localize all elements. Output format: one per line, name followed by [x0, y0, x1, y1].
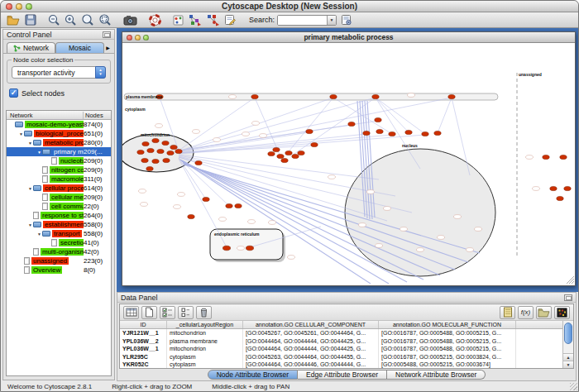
attribute-browser-tab[interactable]: Node Attribute Browser: [208, 370, 298, 380]
formula-builder-icon[interactable]: f(x): [518, 306, 534, 319]
search-box[interactable]: ▼: [277, 15, 337, 26]
tree-item[interactable]: ▼biological_process651(0): [7, 129, 111, 138]
node-color-select[interactable]: transporter activity ▲▼: [12, 66, 106, 79]
snapshot-camera-icon[interactable]: [123, 14, 137, 26]
select-nodes-row[interactable]: ✓ Select nodes: [9, 88, 108, 98]
tree-item[interactable]: ▼transport558(0): [7, 229, 111, 238]
column-go-molecular-function[interactable]: annotation.GO MOLECULAR_FUNCTION: [379, 321, 516, 328]
float-panel-icon[interactable]: [103, 31, 111, 38]
attribute-matrix-icon[interactable]: [554, 306, 570, 319]
new-attribute-icon[interactable]: [141, 306, 157, 319]
delete-attribute-icon[interactable]: [196, 306, 212, 319]
import-attributes-icon[interactable]: [536, 306, 552, 319]
zoom-view-icon[interactable]: [143, 35, 149, 41]
tab-overflow-arrow-icon[interactable]: ▶: [104, 45, 112, 50]
window-titlebar[interactable]: Cytoscape Desktop (New Session): [1, 1, 578, 12]
tree-item[interactable]: cellular metabo209(0): [7, 193, 111, 202]
edit-search-filter-icon[interactable]: [341, 14, 352, 26]
expand-arrow-icon[interactable]: ▼: [36, 232, 42, 237]
background-windows-strip[interactable]: [122, 286, 576, 292]
tree-column-nodes[interactable]: Nodes: [84, 112, 111, 119]
tree-item[interactable]: ▼establishment of lo558(0): [7, 220, 111, 229]
window-resize-grip[interactable]: [570, 383, 577, 390]
zoom-selected-icon[interactable]: [98, 14, 112, 26]
search-dropdown-arrow-icon[interactable]: ▼: [327, 16, 336, 25]
expand-arrow-icon[interactable]: ▼: [27, 186, 33, 191]
vizmapper-icon[interactable]: [173, 15, 184, 26]
tab-network[interactable]: Network: [7, 42, 55, 53]
zoom-window-icon[interactable]: [26, 3, 32, 10]
tree-item[interactable]: secretion41(0): [7, 238, 111, 247]
select-attributes-icon[interactable]: [160, 306, 175, 319]
cell-go-molecular-function: [GO:0016787, GO:0005488, GO:0005215, G..…: [379, 345, 516, 353]
table-row[interactable]: YLR295Ccytoplasm[GO:0045263, GO:0044464,…: [120, 353, 562, 361]
combo-stepper-icon[interactable]: ▲▼: [95, 66, 106, 79]
cell-id: YPL036W__1: [120, 345, 167, 353]
cell-id: YKR052C: [120, 361, 167, 368]
column-cellular-layout-region[interactable]: _cellularLayoutRegion: [167, 321, 243, 328]
tree-item[interactable]: response to stimulu264(0): [7, 211, 111, 220]
expand-arrow-icon[interactable]: ▼: [27, 141, 33, 146]
scroll-up-icon[interactable]: ▲: [563, 353, 573, 361]
unselect-attributes-icon[interactable]: [178, 306, 194, 319]
search-input[interactable]: [278, 16, 327, 25]
apply-layout-a-icon[interactable]: [188, 14, 202, 26]
zoom-out-icon[interactable]: [48, 14, 60, 26]
network-canvas[interactable]: plasma membrane cytoplasm mitochondrion …: [122, 43, 575, 285]
attribute-browser-tab[interactable]: Edge Attribute Browser: [298, 370, 387, 380]
float-data-panel-icon[interactable]: [564, 294, 572, 301]
tree-item[interactable]: unassigned223(0): [7, 256, 111, 265]
tree-item-label: mosaic-demo-yeast: [25, 121, 84, 128]
tree-item[interactable]: ▼metabolic process280(0): [7, 138, 111, 147]
network-view-window[interactable]: primary metabolic process: [122, 31, 576, 286]
table-row[interactable]: YPL036W__1mitochondrion[GO:0044464, GO:0…: [120, 345, 562, 353]
expand-arrow-icon[interactable]: ▼: [18, 131, 24, 136]
attribute-list-icon[interactable]: [500, 306, 515, 319]
network-view-titlebar[interactable]: primary metabolic process: [122, 32, 575, 43]
expand-arrow-icon[interactable]: ▼: [27, 222, 33, 227]
tab-mosaic[interactable]: Mosaic: [55, 42, 104, 53]
attribute-table-header[interactable]: ID _cellularLayoutRegion annotation.GO C…: [120, 321, 562, 329]
tree-item-label: cellular process: [43, 184, 84, 192]
column-id[interactable]: ID: [120, 321, 167, 328]
save-icon[interactable]: [25, 14, 36, 26]
region-shapes[interactable]: [122, 73, 517, 276]
table-row[interactable]: YPL036W__2plasma membrane[GO:0044464, GO…: [120, 337, 562, 346]
expand-arrow-icon[interactable]: ▼: [36, 150, 42, 155]
tree-item[interactable]: multi-organism pro42(0): [7, 247, 111, 256]
cell-go-molecular-function: [GO:0016787, GO:0005215, GO:0003824, G..…: [379, 353, 516, 361]
table-row[interactable]: YJR121W__1mitochondrion[GO:0045267, GO:0…: [120, 329, 562, 337]
tree-item[interactable]: nitrogen compo209(0): [7, 165, 111, 174]
minimize-window-icon[interactable]: [16, 3, 22, 10]
annotation-edit-icon[interactable]: [224, 14, 236, 26]
tree-item[interactable]: ▼primary metabolic209(...: [7, 147, 111, 156]
zoom-fit-icon[interactable]: [81, 14, 94, 26]
resize-grip-icon[interactable]: [567, 276, 574, 284]
tree-item[interactable]: macromolecule311(0): [7, 174, 111, 184]
table-scrollbar[interactable]: ▲ ▼: [562, 321, 573, 368]
tree-item-label: establishment of lo: [43, 221, 84, 228]
open-folder-icon[interactable]: [7, 14, 21, 26]
tree-item[interactable]: cell communicat22(0): [7, 202, 111, 211]
minimize-view-icon[interactable]: [135, 35, 141, 41]
network-tree-header[interactable]: Network Nodes: [7, 111, 111, 120]
tree-item[interactable]: Overview8(0): [7, 265, 111, 275]
select-nodes-checkbox[interactable]: ✓: [9, 88, 18, 98]
cell-go-cellular-component: [GO:0045263, GO:0044464, GO:0044455, G..…: [243, 353, 379, 361]
attribute-table[interactable]: ID _cellularLayoutRegion annotation.GO C…: [120, 321, 562, 368]
scrollbar-thumb[interactable]: [564, 323, 572, 344]
table-row[interactable]: YKR052Ccytoplasm[GO:0044464, GO:0044446,…: [120, 361, 562, 368]
scroll-down-icon[interactable]: ▼: [563, 361, 573, 368]
column-go-cellular-component[interactable]: annotation.GO CELLULAR_COMPONENT: [243, 321, 379, 328]
zoom-in-icon[interactable]: [65, 14, 77, 26]
tree-item[interactable]: mosaic-demo-yeast874(0): [7, 120, 111, 129]
help-lifesaver-icon[interactable]: [149, 14, 161, 26]
tree-item[interactable]: nucleobase-co209(0): [7, 156, 111, 165]
apply-layout-b-icon[interactable]: [206, 14, 220, 26]
attribute-browser-tab[interactable]: Network Attribute Browser: [387, 370, 486, 380]
close-window-icon[interactable]: [6, 3, 12, 10]
tree-item[interactable]: ▼cellular process614(0): [7, 184, 111, 193]
attribute-table-icon[interactable]: [123, 306, 139, 319]
tree-column-network[interactable]: Network: [7, 112, 84, 119]
close-view-icon[interactable]: [127, 35, 132, 41]
